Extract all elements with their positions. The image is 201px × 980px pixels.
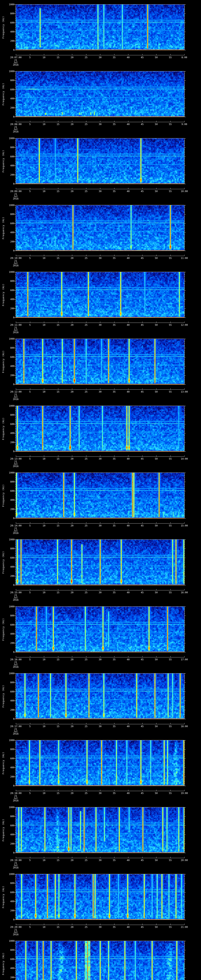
y-tick-label: 600	[6, 289, 14, 291]
x-tick-label: 20	[71, 525, 73, 527]
y-tick-label: 0	[6, 584, 14, 586]
x-tick-label: 45	[141, 725, 144, 727]
y-tick-label: 200	[6, 910, 14, 912]
x-tick-label: 30	[99, 926, 102, 928]
x-tick-label: 5	[29, 190, 30, 192]
y-axis-title: Frequency (Hz)	[2, 150, 5, 172]
spectrogram-panel: Frequency (Hz) 0200400600800100020:19:00…	[0, 803, 201, 870]
y-tick-label: 0	[6, 450, 14, 453]
y-tick-label: 200	[6, 976, 14, 978]
x-end-label: 21:00	[181, 926, 188, 928]
x-tick-label: 15	[56, 591, 59, 594]
y-tick-label: 200	[6, 40, 14, 42]
x-tick-label: 30	[99, 525, 102, 527]
x-end-label: 18:00	[181, 725, 188, 727]
y-axis-title: Frequency (Hz)	[2, 283, 5, 306]
x-tick-label: 10	[43, 591, 45, 594]
x-tick-label: 50	[155, 525, 158, 527]
y-tick-label: 600	[6, 156, 14, 158]
x-tick-label: 25	[85, 792, 87, 794]
y-tick-label: 800	[6, 79, 14, 81]
x-start-label: 20:17:00	[10, 725, 22, 727]
x-tick-label: 10	[43, 324, 45, 326]
y-tick-label: 1000	[6, 739, 14, 741]
spectrogram-panel: Frequency (Hz) 0200400600800100020:20:00…	[0, 870, 201, 937]
spectrogram-panel: Frequency (Hz) 0200400600800100020:13:00…	[0, 401, 201, 468]
x-tick-label: 15	[56, 792, 59, 794]
x-tick-label: 30	[99, 591, 102, 594]
y-axis-title: Frequency (Hz)	[2, 417, 5, 440]
x-tick-label: 50	[155, 926, 158, 928]
date-line: 2016	[13, 800, 19, 802]
x-tick-label: 45	[141, 926, 144, 928]
x-tick-label: 25	[85, 391, 87, 393]
x-tick-label: 25	[85, 324, 87, 326]
y-tick-label: 400	[6, 834, 14, 836]
y-tick-label: 0	[6, 116, 14, 118]
spectrogram-panel: Frequency (Hz) 0200400600800100020:17:00…	[0, 669, 201, 736]
y-tick-label: 1000	[6, 271, 14, 273]
y-tick-label: 1000	[6, 405, 14, 407]
x-tick-label: 10	[43, 859, 45, 861]
y-tick-label: 400	[6, 566, 14, 568]
y-axis-title: Frequency (Hz)	[2, 484, 5, 507]
x-tick-label: 55	[169, 725, 172, 727]
y-tick-label: 200	[6, 173, 14, 176]
y-tick-label: 400	[6, 967, 14, 969]
y-tick-label: 600	[6, 88, 14, 91]
x-start-label: 20:16:00	[10, 659, 22, 661]
y-axis-title: Frequency (Hz)	[2, 685, 5, 707]
x-tick-label: 55	[169, 926, 172, 928]
y-tick-label: 0	[6, 651, 14, 653]
x-tick-label: 45	[141, 792, 144, 794]
x-tick-label: 15	[56, 725, 59, 727]
y-tick-label: 800	[6, 146, 14, 149]
y-tick-label: 400	[6, 900, 14, 902]
x-tick-label: 30	[99, 792, 102, 794]
x-tick-label: 45	[141, 190, 144, 192]
y-tick-label: 600	[6, 757, 14, 760]
y-axis-title: Frequency (Hz)	[2, 350, 5, 373]
y-tick-label: 800	[6, 280, 14, 282]
y-tick-label: 400	[6, 30, 14, 33]
spectrogram-panel: Frequency (Hz) 0200400600800100020:18:00…	[0, 736, 201, 803]
y-tick-label: 0	[6, 852, 14, 854]
y-tick-label: 600	[6, 22, 14, 24]
y-tick-label: 1000	[6, 137, 14, 140]
x-end-label: 8:00	[182, 56, 187, 59]
x-tick-label: 40	[127, 725, 129, 727]
date-line: 2016	[13, 398, 19, 401]
x-tick-label: 25	[85, 190, 87, 192]
x-tick-label: 5	[29, 792, 30, 794]
x-tick-label: 50	[155, 190, 158, 192]
spectrogram-panel: Frequency (Hz) 0200400600800100020:08:00…	[0, 67, 201, 134]
x-tick-label: 10	[43, 56, 45, 59]
x-tick-label: 45	[141, 391, 144, 393]
x-tick-label: 35	[113, 792, 115, 794]
x-tick-label: 35	[113, 391, 115, 393]
x-tick-label: 15	[56, 525, 59, 527]
y-tick-label: 1000	[6, 204, 14, 207]
x-tick-label: 35	[113, 257, 115, 259]
spectrogram-panel: Frequency (Hz) 0200400600800100020:15:00…	[0, 535, 201, 602]
x-tick-label: 20	[71, 56, 73, 59]
x-tick-label: 50	[155, 859, 158, 861]
x-tick-label: 15	[56, 190, 59, 192]
x-tick-label: 55	[169, 324, 172, 326]
x-tick-label: 40	[127, 123, 129, 126]
y-tick-label: 1000	[6, 672, 14, 675]
y-tick-label: 200	[6, 709, 14, 711]
x-start-label: 20:12:00	[10, 391, 22, 393]
x-tick-label: 35	[113, 123, 115, 126]
x-tick-label: 50	[155, 257, 158, 259]
x-tick-label: 20	[71, 725, 73, 727]
date-line: 2016	[13, 867, 19, 869]
x-tick-label: 40	[127, 792, 129, 794]
x-tick-label: 5	[29, 123, 30, 126]
x-tick-label: 55	[169, 56, 172, 59]
x-end-label: 11:00	[181, 257, 188, 259]
y-tick-label: 0	[6, 918, 14, 921]
x-tick-label: 10	[43, 458, 45, 460]
x-tick-label: 5	[29, 257, 30, 259]
x-tick-label: 10	[43, 725, 45, 727]
